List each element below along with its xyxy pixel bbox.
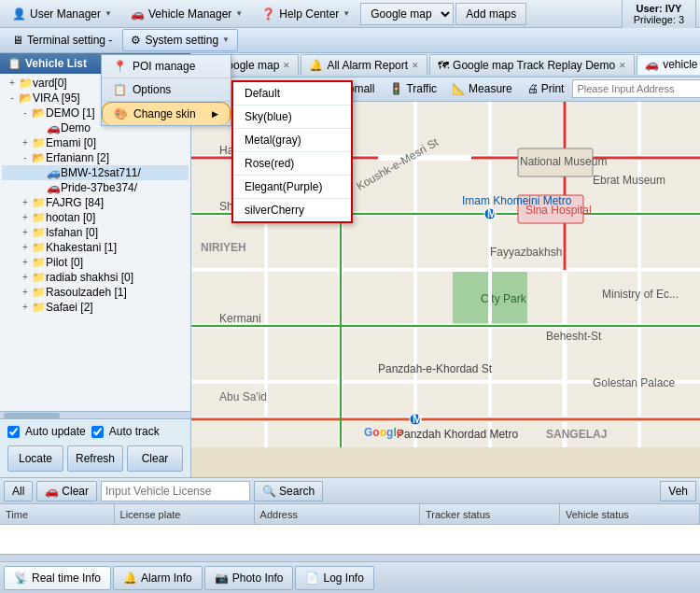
- auto-track-checkbox[interactable]: [91, 426, 104, 438]
- tree-item-emami[interactable]: + 📁 Emami [0]: [2, 135, 189, 150]
- all-button[interactable]: All: [4, 481, 33, 501]
- expander-safaei[interactable]: +: [19, 302, 32, 312]
- realtime-icon: 📡: [14, 572, 28, 585]
- col-license: License plate: [115, 504, 255, 524]
- add-maps-button[interactable]: Add maps: [455, 3, 526, 25]
- tree-label-hootan: hootan [0]: [46, 211, 95, 224]
- tree-item-rasoulzadeh[interactable]: + 📁 Rasoulzadeh [1]: [2, 285, 189, 300]
- tree-label-isfahan: Isfahan [0]: [46, 226, 98, 239]
- skin-rose-red[interactable]: Rose(red): [233, 152, 351, 176]
- expander-khakestani[interactable]: +: [19, 242, 32, 252]
- clear-button[interactable]: Clear: [127, 445, 183, 472]
- gear-icon: ⚙: [131, 34, 141, 47]
- expander-rasoulzadeh[interactable]: +: [19, 287, 32, 297]
- expander-demo[interactable]: -: [19, 107, 32, 118]
- scroll-thumb: [4, 413, 60, 418]
- menu-user-manager[interactable]: 👤 User Manager ▼: [4, 3, 120, 25]
- log-label: Log Info: [323, 572, 363, 585]
- tab-photo[interactable]: 📷 Photo Info: [204, 566, 294, 590]
- auto-update-label: Auto update: [25, 425, 86, 438]
- tree-item-safaei[interactable]: + 📁 Safaei [2]: [2, 300, 189, 315]
- change-skin-item[interactable]: 🎨 Change skin ▶: [102, 102, 231, 125]
- tab-google-map-close[interactable]: ✕: [283, 61, 290, 70]
- expander-erfaniann[interactable]: -: [19, 152, 32, 162]
- app-root: 👤 User Manager ▼ 🚗 Vehicle Manager ▼ ❓ H…: [0, 0, 700, 593]
- folder-icon-khakestani: 📁: [32, 241, 46, 254]
- skin-elegant-purple[interactable]: Elegant(Purple): [233, 176, 351, 199]
- folder-icon-fajrg: 📁: [32, 196, 46, 209]
- realtime-label: Real time Info: [32, 572, 101, 585]
- expander-radiab[interactable]: +: [19, 272, 32, 282]
- search-button[interactable]: 🔍 Search: [254, 481, 323, 501]
- menu-help-center[interactable]: ❓ Help Center ▼: [253, 3, 358, 25]
- tab-alarm[interactable]: 🔔 Alarm Info: [113, 566, 203, 590]
- svg-text:NIRIYEH: NIRIYEH: [201, 241, 246, 254]
- tab-alarm-close[interactable]: ✕: [412, 61, 419, 70]
- tree-item-radiab[interactable]: + 📁 radiab shakhsi [0]: [2, 270, 189, 285]
- traffic-btn[interactable]: 🚦 Traffic: [383, 79, 443, 98]
- tree-item-pride[interactable]: 🚗 Pride-37be374/: [2, 180, 189, 195]
- tree-item-pilot[interactable]: + 📁 Pilot [0]: [2, 255, 189, 270]
- poi-manage-item[interactable]: 📍 POI manage: [102, 55, 231, 78]
- map-type-select[interactable]: Google map Baidu map: [360, 3, 454, 25]
- terminal-setting-menu[interactable]: 🖥 Terminal setting -: [4, 29, 120, 51]
- expander-vira[interactable]: -: [6, 92, 19, 103]
- poi-icon: 📍: [113, 60, 127, 73]
- tree-item-isfahan[interactable]: + 📁 Isfahan [0]: [2, 225, 189, 240]
- vehicle-license-input[interactable]: [101, 481, 250, 501]
- auto-update-checkbox[interactable]: [7, 426, 20, 438]
- photo-label: Photo Info: [232, 572, 284, 585]
- tab-realtime[interactable]: 📡 Real time Info: [4, 566, 111, 590]
- expander-hootan[interactable]: +: [19, 212, 32, 222]
- sidebar-scroll[interactable]: [0, 411, 190, 418]
- skin-sky-blue[interactable]: Sky(blue): [233, 106, 351, 129]
- col-vehicle-status: Vehicle status: [560, 504, 700, 524]
- sidebar-footer: Auto update Auto track Locate Refresh Cl…: [0, 418, 190, 477]
- tree-item-fajrg[interactable]: + 📁 FAJRG [84]: [2, 195, 189, 210]
- system-setting-menu[interactable]: ⚙ System setting ▼: [122, 29, 238, 51]
- expander-vard[interactable]: +: [6, 78, 19, 88]
- print-btn[interactable]: 🖨 Print: [521, 79, 571, 98]
- tab-alarm-report[interactable]: 🔔 All Alarm Report ✕: [301, 54, 427, 75]
- tree-label-vira: VIRA [95]: [33, 92, 80, 105]
- skin-icon: 🎨: [114, 107, 128, 120]
- expander-emami[interactable]: +: [19, 137, 32, 148]
- veh-button[interactable]: Veh: [660, 481, 696, 501]
- tab-log[interactable]: 📄 Log Info: [295, 566, 373, 590]
- change-skin-label: Change skin: [133, 107, 196, 120]
- measure-btn[interactable]: 📐 Measure: [445, 79, 519, 98]
- address-input[interactable]: [572, 79, 700, 98]
- menu-vehicle-manager[interactable]: 🚗 Vehicle Manager ▼: [122, 3, 251, 25]
- search-icon: 🔍: [262, 485, 276, 498]
- folder-icon-radiab: 📁: [32, 271, 46, 284]
- tree-item-bmw[interactable]: 🚙 BMW-12sat711/: [2, 165, 189, 180]
- print-icon: 🖨: [527, 82, 539, 95]
- tree-item-erfaniann[interactable]: - 📂 Erfaniann [2]: [2, 150, 189, 165]
- expander-fajrg[interactable]: +: [19, 197, 32, 207]
- bottom-tabs: 📡 Real time Info 🔔 Alarm Info 📷 Photo In…: [0, 561, 700, 593]
- locate-button[interactable]: Locate: [7, 445, 63, 472]
- skin-default[interactable]: Default: [233, 82, 351, 106]
- system-dropdown-arrow: ▼: [222, 35, 230, 44]
- skin-silver-cherry[interactable]: silverCherry: [233, 199, 351, 221]
- tree-label-erfaniann: Erfaniann [2]: [46, 151, 109, 164]
- refresh-button[interactable]: Refresh: [67, 445, 123, 472]
- tree-item-hootan[interactable]: + 📁 hootan [0]: [2, 210, 189, 225]
- folder-icon-erfaniann: 📂: [32, 151, 46, 164]
- clear-input-button[interactable]: 🚗 Clear: [36, 481, 97, 501]
- tree-item-khakestani[interactable]: + 📁 Khakestani [1]: [2, 240, 189, 255]
- tab-track-replay[interactable]: 🗺 Google map Track Replay Demo ✕: [429, 54, 635, 75]
- vehicle-icon-pride: 🚗: [47, 181, 61, 194]
- expander-isfahan[interactable]: +: [19, 227, 32, 237]
- search-label: Search: [279, 485, 315, 498]
- skin-metal-gray[interactable]: Metal(gray): [233, 129, 351, 152]
- tab-track-close[interactable]: ✕: [619, 61, 626, 70]
- tree-label-radiab: radiab shakhsi [0]: [46, 271, 133, 284]
- measure-icon: 📐: [452, 82, 466, 95]
- veh-label: Veh: [668, 485, 688, 498]
- tab-vehicle[interactable]: 🚗 vehicle ✕: [637, 54, 700, 75]
- options-item[interactable]: 📋 Options: [102, 78, 231, 102]
- expander-pilot[interactable]: +: [19, 257, 32, 267]
- table-scroll[interactable]: [0, 554, 700, 561]
- alarm-label: Alarm Info: [141, 572, 192, 585]
